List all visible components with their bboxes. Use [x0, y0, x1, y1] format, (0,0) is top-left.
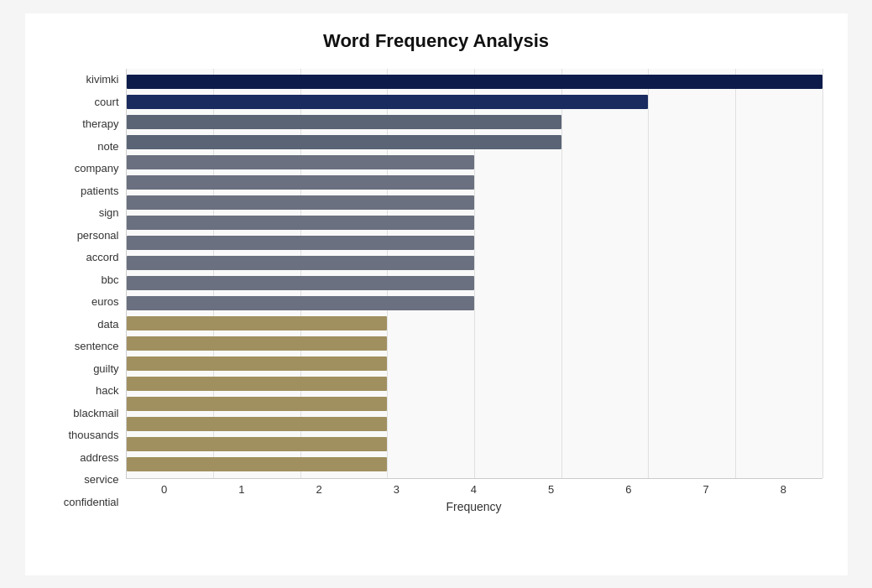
bar-row [127, 414, 822, 434]
bar [127, 256, 475, 270]
y-label: note [97, 141, 118, 152]
chart-area: kivimkicourttherapynotecompanypatientssi… [50, 69, 822, 513]
y-label: blackmail [73, 408, 118, 419]
bar [127, 377, 388, 391]
bar [127, 155, 475, 169]
bar-row [127, 354, 822, 374]
bar [127, 296, 475, 310]
chart-title: Word Frequency Analysis [50, 30, 822, 52]
y-label: thousands [69, 429, 119, 440]
bars-and-xaxis: 012345678 Frequency [126, 69, 822, 513]
bar-row [127, 455, 822, 475]
bar-row [127, 112, 822, 133]
bar [127, 397, 388, 411]
y-label: accord [86, 252, 118, 263]
bar [127, 195, 475, 210]
y-label: service [84, 474, 118, 485]
bar [127, 356, 388, 371]
bar [127, 276, 475, 290]
bar-row [127, 153, 822, 173]
y-axis: kivimkicourttherapynotecompanypatientssi… [50, 69, 126, 513]
bar-row [127, 334, 822, 354]
y-label: hack [96, 385, 118, 396]
bar-row [127, 294, 822, 314]
y-label: personal [77, 230, 119, 241]
x-tick: 6 [590, 483, 667, 496]
y-label: data [97, 319, 118, 330]
x-tick: 7 [667, 483, 744, 496]
y-label: guilty [93, 363, 118, 374]
x-tick: 8 [744, 483, 822, 496]
y-label: bbc [102, 274, 119, 285]
bar-row [127, 374, 822, 394]
bar [127, 336, 388, 351]
x-tick: 0 [126, 483, 203, 496]
y-label: patients [81, 185, 119, 196]
bar [127, 216, 475, 230]
x-tick: 2 [280, 483, 358, 496]
x-axis-label: Frequency [126, 500, 822, 513]
bar [127, 417, 388, 431]
y-label: company [75, 163, 119, 174]
bar-row [127, 314, 822, 334]
chart-container: Word Frequency Analysis kivimkicourtther… [25, 13, 848, 575]
bar [127, 95, 649, 109]
bar-row [127, 72, 822, 92]
bar [127, 316, 388, 330]
y-label: sentence [75, 341, 119, 351]
y-label: kivimki [86, 74, 119, 85]
bar-row [127, 133, 822, 153]
bar-row [127, 394, 822, 414]
y-label: euros [91, 296, 119, 307]
bar-row [127, 213, 822, 233]
bar-row [127, 193, 822, 213]
bar [127, 236, 475, 250]
bar-row [127, 253, 822, 273]
bar-row [127, 233, 822, 253]
y-label: sign [99, 207, 119, 218]
y-label: address [80, 452, 118, 463]
x-tick: 3 [358, 483, 435, 496]
grid-line [822, 69, 823, 478]
bar-row [127, 273, 822, 294]
y-label: therapy [82, 118, 118, 129]
bar [127, 135, 561, 149]
bars-area [126, 69, 822, 479]
y-label: confidential [64, 497, 119, 507]
bar-row [127, 173, 822, 193]
bar [127, 457, 388, 471]
bar-row [127, 434, 822, 455]
bar [127, 437, 388, 451]
bar [127, 75, 822, 89]
bar-row [127, 92, 822, 112]
y-label: court [95, 96, 119, 107]
x-axis: 012345678 [126, 479, 822, 496]
x-tick: 4 [435, 483, 512, 496]
x-tick: 1 [203, 483, 280, 496]
bar [127, 115, 561, 129]
x-tick: 5 [513, 483, 590, 496]
bar [127, 175, 475, 190]
